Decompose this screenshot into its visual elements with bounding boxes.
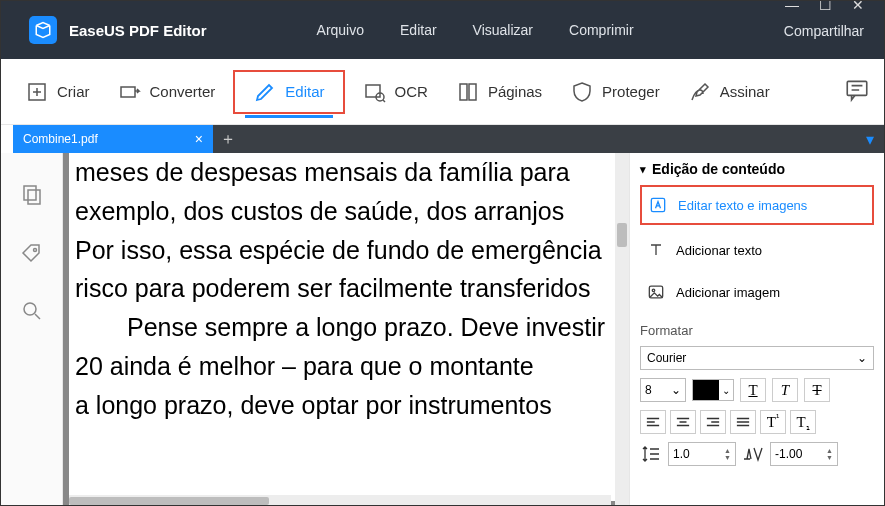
svg-point-10: [24, 303, 36, 315]
strikethrough-button[interactable]: T: [804, 378, 830, 402]
doc-line: risco para poderem ser facilmente transf…: [75, 269, 617, 308]
add-image-option[interactable]: Adicionar imagem: [640, 275, 874, 309]
proteger-label: Proteger: [602, 83, 660, 100]
main-menu: Arquivo Editar Visualizar Comprimir: [317, 22, 634, 38]
menu-arquivo[interactable]: Arquivo: [317, 22, 364, 38]
editar-label: Editar: [285, 83, 324, 100]
line-spacing-icon: [640, 444, 662, 464]
svg-point-9: [33, 249, 36, 252]
font-size-value: 8: [645, 383, 652, 397]
svg-rect-5: [469, 84, 476, 100]
proteger-button[interactable]: Proteger: [560, 74, 670, 110]
right-panel: ▾ Edição de conteúdo Editar texto e imag…: [629, 153, 884, 506]
document-content: meses de despesas mensais da família par…: [69, 153, 623, 501]
menu-visualizar[interactable]: Visualizar: [473, 22, 533, 38]
svg-rect-4: [460, 84, 467, 100]
horizontal-scrollbar[interactable]: [69, 495, 611, 506]
editar-button[interactable]: Editar: [233, 70, 344, 114]
close-button[interactable]: ✕: [852, 0, 864, 13]
paginas-button[interactable]: Páginas: [446, 74, 552, 110]
menu-compartilhar[interactable]: Compartilhar: [784, 23, 864, 39]
chevron-down-icon: ⌄: [671, 383, 681, 397]
chevron-down-icon: ⌄: [857, 351, 867, 365]
caret-down-icon: ▾: [640, 163, 646, 176]
italic-button[interactable]: T: [772, 378, 798, 402]
font-color-picker[interactable]: ⌄: [692, 379, 734, 401]
add-text-label: Adicionar texto: [676, 243, 762, 258]
font-size-select[interactable]: 8 ⌄: [640, 378, 686, 402]
doc-line: exemplo, dos custos de saúde, dos arranj…: [75, 192, 617, 231]
char-spacing-icon: [742, 444, 764, 464]
char-spacing-input[interactable]: -1.00 ▲▼: [770, 442, 838, 466]
criar-label: Criar: [57, 83, 90, 100]
add-text-option[interactable]: Adicionar texto: [640, 233, 874, 267]
left-sidebar: [1, 153, 63, 506]
ocr-button[interactable]: OCR: [353, 74, 438, 110]
svg-rect-8: [28, 190, 40, 204]
converter-label: Converter: [150, 83, 216, 100]
document-viewport[interactable]: meses de despesas mensais da família par…: [63, 153, 629, 506]
doc-line: meses de despesas mensais da família par…: [75, 153, 617, 192]
add-tab-button[interactable]: ＋: [213, 125, 243, 153]
menu-comprimir[interactable]: Comprimir: [569, 22, 634, 38]
tag-icon[interactable]: [20, 241, 44, 265]
tab-label: Combine1.pdf: [23, 132, 98, 146]
formatar-label: Formatar: [640, 323, 874, 338]
subscript-button[interactable]: T₁: [790, 410, 816, 434]
svg-rect-6: [847, 81, 867, 95]
tab-dropdown-icon[interactable]: ▾: [856, 125, 884, 153]
doc-line: Pense sempre a longo prazo. Deve investi…: [75, 308, 617, 347]
font-family-select[interactable]: Courier ⌄: [640, 346, 874, 370]
edit-text-images-label: Editar texto e imagens: [678, 198, 807, 213]
paginas-label: Páginas: [488, 83, 542, 100]
font-family-value: Courier: [647, 351, 686, 365]
tab-row: Combine1.pdf × ＋ ▾: [13, 125, 884, 153]
vertical-scrollbar[interactable]: [615, 153, 629, 506]
titlebar: EaseUS PDF Editor Arquivo Editar Visuali…: [1, 1, 884, 59]
main-area: meses de despesas mensais da família par…: [1, 153, 884, 506]
ocr-label: OCR: [395, 83, 428, 100]
superscript-button[interactable]: T¹: [760, 410, 786, 434]
tab-current[interactable]: Combine1.pdf ×: [13, 125, 213, 153]
doc-line: Por isso, essa espécie de fundo de emerg…: [75, 231, 617, 270]
assinar-button[interactable]: Assinar: [678, 74, 780, 110]
svg-rect-2: [366, 85, 380, 97]
char-spacing-value: -1.00: [775, 447, 802, 461]
align-justify-button[interactable]: [730, 410, 756, 434]
app-logo: [29, 16, 57, 44]
align-left-button[interactable]: [640, 410, 666, 434]
app-name: EaseUS PDF Editor: [69, 22, 207, 39]
toolbar: Criar Converter Editar OCR Páginas Prote…: [1, 59, 884, 125]
line-spacing-input[interactable]: 1.0 ▲▼: [668, 442, 736, 466]
comment-icon[interactable]: [844, 77, 870, 107]
thumbnails-icon[interactable]: [20, 183, 44, 207]
panel-title[interactable]: ▾ Edição de conteúdo: [640, 161, 874, 177]
window-controls: — ☐ ✕: [785, 0, 864, 13]
menu-editar[interactable]: Editar: [400, 22, 437, 38]
edit-text-images-option[interactable]: Editar texto e imagens: [640, 185, 874, 225]
criar-button[interactable]: Criar: [15, 74, 100, 110]
svg-rect-7: [24, 186, 36, 200]
doc-line: 20 ainda é melhor – para que o montante: [75, 347, 617, 386]
line-spacing-value: 1.0: [673, 447, 690, 461]
minimize-button[interactable]: —: [785, 0, 799, 13]
search-icon[interactable]: [20, 299, 44, 323]
converter-button[interactable]: Converter: [108, 74, 226, 110]
assinar-label: Assinar: [720, 83, 770, 100]
maximize-button[interactable]: ☐: [819, 0, 832, 13]
svg-point-13: [652, 289, 655, 292]
align-center-button[interactable]: [670, 410, 696, 434]
add-image-label: Adicionar imagem: [676, 285, 780, 300]
tab-close-icon[interactable]: ×: [195, 131, 203, 147]
doc-line: a longo prazo, deve optar por instrument…: [75, 386, 617, 425]
align-right-button[interactable]: [700, 410, 726, 434]
svg-rect-1: [121, 87, 135, 97]
underline-button[interactable]: T: [740, 378, 766, 402]
